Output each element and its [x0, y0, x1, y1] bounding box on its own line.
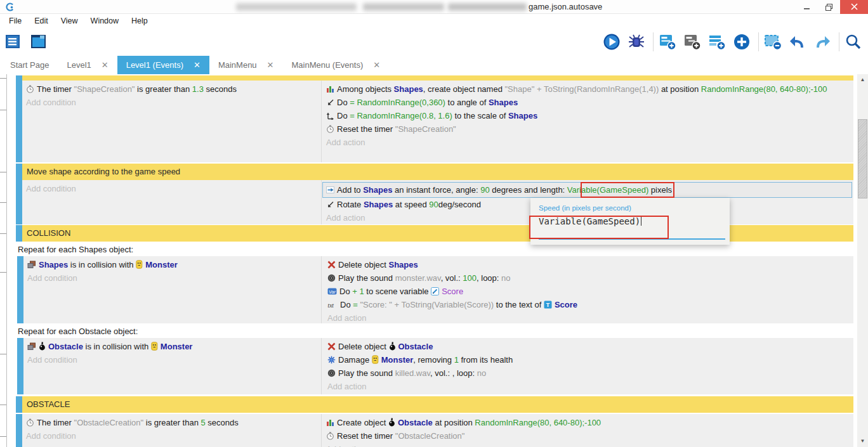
close-button[interactable] [840, 0, 868, 14]
text-segment: no [501, 273, 510, 283]
action-row[interactable]: Reset the timer "ShapeCreation" [322, 122, 853, 136]
text-segment: killed.wav [395, 368, 430, 378]
text-segment: Delete object [338, 342, 389, 351]
text-segment: Add action [326, 213, 365, 223]
action-row[interactable]: VarDo + 1 to scene variable Score [324, 285, 853, 298]
monster-icon [372, 355, 379, 364]
text-segment: Add condition [26, 431, 76, 441]
add-action-link[interactable]: Add action [324, 380, 853, 393]
action-row[interactable]: Do = RandomInRange(0,360) to angle of Sh… [322, 96, 853, 109]
delete-event-button[interactable] [765, 32, 784, 52]
timer-icon [326, 432, 334, 440]
add-event-button[interactable] [659, 32, 678, 52]
menu-help[interactable]: Help [125, 14, 154, 28]
debugger-button[interactable] [628, 32, 647, 52]
standard-event[interactable]: The timer "ObstacleCreation" is greater … [16, 414, 853, 447]
action-row[interactable]: Play the sound killed.wav, vol.: , loop:… [324, 366, 853, 380]
create-object-icon [326, 85, 334, 93]
tab-level1[interactable]: Level1✕ [58, 56, 117, 74]
text-segment: RandomInRange(80, 640-80);-100 [701, 84, 827, 94]
text-segment: Obstacle [398, 342, 433, 351]
add-comment-button[interactable] [709, 32, 728, 52]
add-condition-link[interactable]: Add condition [22, 429, 321, 443]
action-row[interactable]: Delete object Obstacle [324, 340, 853, 353]
tab-level1-events[interactable]: Level1 (Events)✕ [117, 56, 209, 74]
add-subevent-button[interactable] [684, 32, 703, 52]
undo-button[interactable] [789, 32, 808, 52]
menu-view[interactable]: View [55, 14, 84, 28]
repeat-header[interactable]: Repeat for each Obstacle object: [16, 325, 853, 338]
event-fold-tick [0, 78, 6, 79]
repeat-event[interactable]: Repeat for each Shapes object:Shapes is … [16, 243, 853, 323]
scrollbar-down-arrow-icon[interactable]: ▼ [857, 437, 868, 446]
scene-editor-button[interactable] [30, 32, 49, 52]
tab-close-icon[interactable]: ✕ [373, 60, 380, 70]
action-row[interactable]: Delete object Shapes [324, 258, 853, 271]
text-segment: The timer [37, 418, 74, 427]
menu-window[interactable]: Window [84, 14, 125, 28]
svg-text:txt: txt [328, 302, 334, 309]
condition-row[interactable]: Obstacle is in collision with Monster [23, 340, 321, 353]
add-condition-link[interactable]: Add condition [22, 182, 321, 195]
tab-mainmenu-events[interactable]: MainMenu (Events)✕ [283, 56, 390, 74]
repeat-header[interactable]: Repeat for each Shapes object: [16, 243, 853, 256]
event-fold-tick [0, 354, 6, 354]
event-fold-tick [0, 233, 6, 234]
action-row[interactable]: Do = RandomInRange(0.8, 1.6) to the scal… [322, 109, 853, 122]
text-segment: an instant force, angle: [392, 185, 480, 195]
tab-close-icon[interactable]: ✕ [102, 60, 109, 70]
scrollbar-thumb[interactable] [858, 119, 867, 198]
text-segment: at position [433, 418, 475, 427]
maximize-button[interactable] [819, 0, 839, 14]
text-segment: , loop: [477, 273, 501, 283]
actions-column: Delete object ObstacleDamage Monster, re… [324, 338, 853, 393]
event-fold-tick [0, 436, 6, 437]
add-action-link[interactable]: Add action [324, 311, 853, 325]
condition-row[interactable]: Shapes is in collision with Monster [23, 258, 321, 271]
title-bar: game.json.autosave [0, 0, 868, 14]
tab-mainmenu[interactable]: MainMenu✕ [209, 56, 283, 74]
add-action-link[interactable]: Add action [322, 136, 853, 149]
redo-button[interactable] [814, 32, 833, 52]
text-segment: Play the sound [338, 368, 395, 378]
text-segment: Monster [145, 260, 178, 269]
action-row[interactable]: Damage Monster, removing 1 from its heal… [324, 353, 853, 366]
damage-icon [327, 356, 336, 364]
repeat-event[interactable]: Repeat for each Obstacle object:Obstacle… [16, 325, 853, 394]
action-row[interactable]: txtDo = "Score: " + ToString(Variable(Sc… [324, 298, 853, 311]
action-row[interactable]: Reset the timer "ObstacleCreation" [322, 429, 853, 443]
text-segment: Play the sound [338, 273, 395, 283]
minimize-button[interactable] [797, 0, 817, 14]
add-condition-link[interactable]: Add condition [23, 271, 321, 285]
add-more-events-button[interactable] [733, 32, 753, 52]
tab-start-page[interactable]: Start Page [1, 56, 58, 74]
action-row[interactable]: Among objects Shapes, create object name… [322, 82, 853, 96]
text-segment: monster.wav [395, 273, 441, 283]
text-segment: is greater than [143, 418, 201, 427]
menu-file[interactable]: File [3, 14, 28, 28]
action-row[interactable]: Create object Obstacle at position Rando… [322, 416, 853, 429]
tab-close-icon[interactable]: ✕ [194, 60, 201, 70]
event-fold-tick [0, 110, 6, 110]
scrollbar-up-arrow-icon[interactable]: ▲ [857, 75, 868, 84]
comment-event[interactable]: Move shape according to the game speed [16, 164, 853, 180]
search-button[interactable] [845, 32, 864, 52]
text-segment: seconds [206, 418, 239, 427]
rotate-icon [326, 200, 334, 209]
menu-edit[interactable]: Edit [28, 14, 55, 28]
add-condition-link[interactable]: Add condition [23, 353, 321, 366]
comment-text: Move shape according to the game speed [22, 164, 853, 180]
condition-row[interactable]: The timer "ObstacleCreation" is greater … [22, 416, 321, 429]
action-row[interactable]: Play the sound monster.wav, vol.: 100, l… [324, 271, 853, 285]
text-segment: Monster [161, 342, 193, 351]
text-segment: to the scale of [452, 111, 508, 120]
add-action-link[interactable]: Add action [322, 443, 853, 447]
add-condition-link[interactable]: Add condition [22, 96, 321, 109]
comment-event[interactable] [16, 75, 853, 81]
condition-row[interactable]: The timer "ShapeCreation" is greater tha… [22, 82, 321, 96]
standard-event[interactable]: The timer "ShapeCreation" is greater tha… [16, 81, 853, 162]
project-manager-button[interactable] [5, 32, 24, 52]
play-button[interactable] [603, 32, 622, 52]
comment-event[interactable]: OBSTACLE [16, 396, 853, 413]
tab-close-icon[interactable]: ✕ [267, 60, 274, 70]
